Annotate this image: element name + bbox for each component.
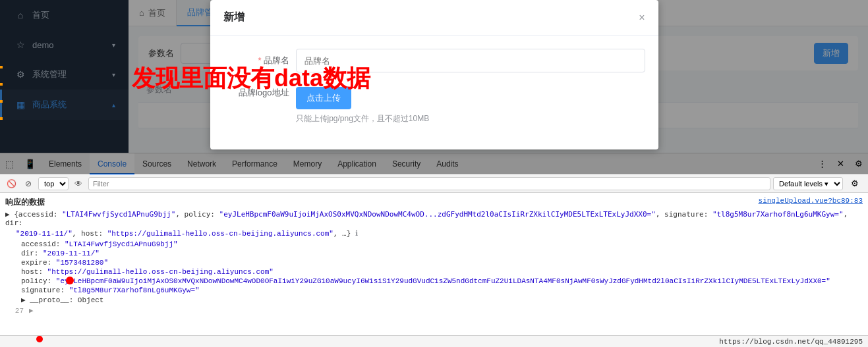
console-clear-btn[interactable]: 🚫 <box>4 176 18 191</box>
status-url: https://blog.csdn.net/qq_44891295 <box>719 338 863 346</box>
annotation-circle-1 <box>66 277 74 284</box>
annotation-circle-2 <box>36 336 43 342</box>
toggle-arrow[interactable]: ▶ <box>5 211 10 219</box>
console-prop-dir: dir: "2019-11-11/" <box>0 249 868 258</box>
annotation-text: 发现里面没有data数据 <box>132 63 370 95</box>
console-object-line-1: ▶ {accessid: "LTAI4FwvfjSycd1APnuG9bjj",… <box>0 209 868 228</box>
console-line-number-row: 27 ▶ <box>0 305 868 316</box>
console-filter-toggle[interactable]: ⊘ <box>21 176 36 191</box>
console-prop-expire: expire: "1573481280" <box>0 258 868 267</box>
console-prop-proto: ▶ __proto__: Object <box>0 295 868 305</box>
line-number: 27 <box>5 307 24 315</box>
console-section-title: 响应的数据 <box>5 198 45 207</box>
console-filter-input[interactable] <box>88 177 770 190</box>
devtools-panel: ⬚ 📱 Elements Console Sources Network Per… <box>0 153 868 347</box>
expand-arrow[interactable]: ▶ <box>29 306 34 315</box>
modal-close-button[interactable]: × <box>639 12 645 24</box>
console-prop-policy: policy: "eyJLeHBpcmF0aW9uIjoiMjAxOS0xMVQ… <box>0 277 868 286</box>
console-prop-host: host: "https://gulimall-hello.oss-cn-bei… <box>0 267 868 277</box>
console-section-title-row: 响应的数据 singleUpload.vue?bc89:83 <box>0 196 868 209</box>
console-text: {accessid: "LTAI4FwvfjSycd1APnuG9bjj", p… <box>5 210 848 227</box>
upload-hint: 只能上传jpg/png文件，且不超过10MB <box>296 113 430 124</box>
modal-header: 新增 × <box>210 0 658 36</box>
console-levels-select[interactable]: Default levels ▾ <box>773 177 843 190</box>
modal-title: 新增 <box>223 11 245 24</box>
console-line-dir-host: "2019-11-11/", host: "https://gulimall-h… <box>0 228 868 240</box>
console-toolbar: 🚫 ⊘ top 👁 Default levels ▾ ⚙ <box>0 174 868 193</box>
eye-icon[interactable]: 👁 <box>71 176 86 191</box>
console-file-link[interactable]: singleUpload.vue?bc89:83 <box>759 197 863 205</box>
left-markers <box>0 0 5 347</box>
console-content: 响应的数据 singleUpload.vue?bc89:83 ▶ {access… <box>0 193 868 335</box>
console-settings-icon[interactable]: ⚙ <box>846 174 864 193</box>
console-context-select[interactable]: top <box>38 177 69 190</box>
console-prop-signature: signature: "tl8g5M8ur7Xarhof8nLg6uMKGyw=… <box>0 286 868 295</box>
console-prop-accessid: accessid: "LTAI4FwvfjSycd1APnuG9bjj" <box>0 240 868 249</box>
status-bar: https://blog.csdn.net/qq_44891295 <box>0 335 868 347</box>
